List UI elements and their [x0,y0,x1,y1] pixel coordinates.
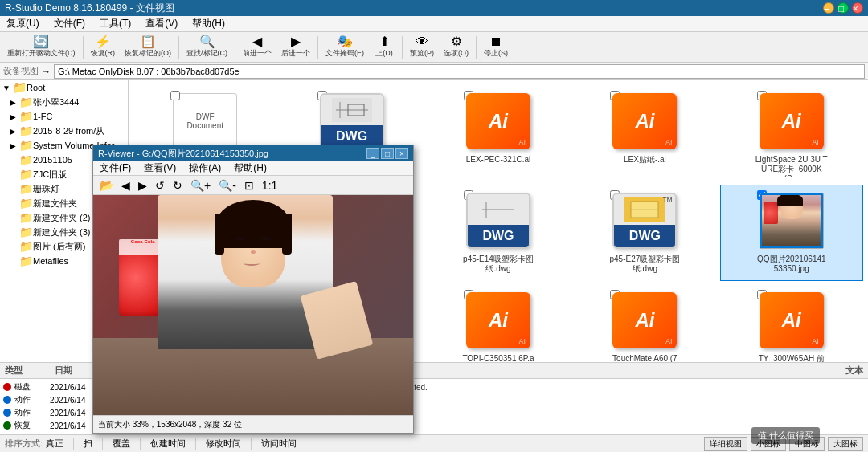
log-time: 15:45:31 [101,434,149,435]
menu-tools[interactable]: 工具(T) [96,16,134,31]
main-area: ▼ 📁 Root ▶ 📁 张小翠3444 ▶ 📁 1-FC ▶ 📁 2015-8… [0,80,868,362]
file-item-p45-e27[interactable]: TM DWG p45-E27吸塑彩卡图纸.dwg [573,185,716,281]
tree-item-1fc[interactable]: ▶ 📁 1-FC [0,109,128,124]
viewer-menu-view[interactable]: 查看(V) [141,161,179,176]
find-icon: 🔍 [199,35,215,48]
file-checkbox-drawing1[interactable] [170,91,180,100]
root-label: Root [27,83,45,92]
window-controls: ‒ □ × [823,2,863,14]
menu-file[interactable]: 文件(F) [51,16,88,31]
viewer-window: R-Viewer - G:/QQ图片20210614153350.jpg _ □… [92,145,414,434]
ai-icon-ty300w: Ai AI [760,292,824,348]
file-thumb-p45-e14: DWG [462,189,534,253]
file-item-ty300w[interactable]: Ai AI TY_300W65AH 前后面板 印图 刀模 .ai [720,284,863,362]
medium-icon-button[interactable]: 中图标 [789,437,825,451]
log-type: 动作 [14,407,47,418]
file-name-ty300w: TY_300W65AH 前后面板 印图 刀模 .ai [755,354,828,362]
preview-button[interactable]: 👁 预览(P) [406,34,438,61]
address-input[interactable] [54,64,865,79]
file-item-p45-e14[interactable]: DWG p45-E14吸塑彩卡图纸.dwg [427,185,570,281]
menu-restore[interactable]: 复原(U) [3,16,43,31]
recover-marked-icon: 📋 [140,35,156,48]
viewer-menu-file[interactable]: 文件(F) [96,161,134,176]
file-thumb-touchmate: Ai AI [608,288,681,352]
addr-separator: → [42,67,51,76]
prev-button[interactable]: ◀ 前进一个 [239,34,276,61]
stop-button[interactable]: ⏹ 停止(S) [480,34,512,61]
next-button[interactable]: ▶ 后进一个 [277,34,314,61]
reopen-drive-button[interactable]: 🔄 重新打开驱动文件(D) [3,34,80,61]
up-button[interactable]: ⬆ 上(D) [370,34,399,61]
file-item-lex-tiezhi[interactable]: Ai AI LEX贴纸-.ai [573,85,716,181]
address-bar: 设备视图 → [0,63,868,80]
viewer-zoom-in-button[interactable]: 🔍+ [187,177,214,193]
title-bar: R-Studio Demo 8.16.180499 - 文件视图 ‒ □ × [0,0,868,16]
viewer-titlebar: R-Viewer - G:/QQ图片20210614153350.jpg _ □… [93,145,413,161]
tree-item-zhangxin[interactable]: ▶ 📁 张小翠3444 [0,95,128,109]
viewer-fit-button[interactable]: ⊡ [241,177,257,193]
viewer-actual-size-button[interactable]: 1:1 [259,177,280,193]
file-item-touchmate[interactable]: Ai AI TouchMate A60 (7W-9W-12W).ai [573,284,716,362]
root-folder-icon: 📁 [13,81,27,94]
file-item-lightspace-1[interactable]: Ai AI LightSpace 2U 3U TURE彩卡_6000K(S... [720,85,863,181]
ai-icon-lex-tiezhi: Ai AI [612,93,677,149]
dwg-icon-p45-e14: DWG [466,193,530,249]
viewer-rotate-right-button[interactable]: ↻ [170,177,186,193]
close-button[interactable]: × [852,2,863,14]
recover-button[interactable]: ⚡ 恢复(R) [87,34,120,61]
viewer-minimize-button[interactable]: _ [366,148,379,159]
toolbar-sep-4 [317,36,318,59]
log-type: 恢复 [14,433,47,434]
file-name-qq-photo: QQ图片20210614153350.jpg [755,255,828,274]
recover-icon: ⚡ [95,35,111,48]
file-thumb-lightspace-1: Ai AI [755,89,828,153]
file-name-topi-c350351: TOPI-C350351 6P.ai [462,354,534,362]
preview-icon: 👁 [416,35,428,48]
viewer-zoom-out-button[interactable]: 🔍- [215,177,240,193]
viewer-rotate-left-button[interactable]: ↺ [152,177,168,193]
viewer-maximize-button[interactable]: □ [381,148,394,159]
dwg-icon-p45-e27: TM DWG [612,193,677,249]
toolbar-sep-2 [178,36,179,59]
file-name-p45-e14: p45-E14吸塑彩卡图纸.dwg [462,255,534,274]
toolbar: 🔄 重新打开驱动文件(D) ⚡ 恢复(R) 📋 恢复标记的(O) 🔍 查找/标记… [0,32,868,63]
log-dot [3,421,11,430]
file-mask-button[interactable]: 🎭 文件掩码(E) [321,34,368,61]
detail-view-button[interactable]: 详细视图 [704,437,747,451]
dwg-icon-g45: DWG [320,93,384,149]
viewer-toolbar: 📂 ◀ ▶ ↺ ↻ 🔍+ 🔍- ⊡ 1:1 [93,176,413,195]
file-item-topi-c350351[interactable]: Ai AI TOPI-C350351 6P.ai [427,284,570,362]
viewer-prev-img-button[interactable]: ◀ [118,177,133,193]
toolbar-sep-6 [476,36,477,59]
img-thumb-qq-photo [760,193,824,249]
mask-icon: 🎭 [337,35,353,48]
log-type: 磁盘 [14,381,47,393]
file-item-qq-photo[interactable]: QQ图片20210614153350.jpg [720,185,863,281]
log-date: 2021/6/14 [50,383,98,392]
file-thumb-g45: DWG [316,89,388,153]
small-icon-button[interactable]: 小图标 [751,437,786,451]
tree-item-2015[interactable]: ▶ 📁 2015-8-29 from/从 [0,124,128,138]
menu-view[interactable]: 查看(V) [142,16,181,31]
file-thumb-lex-pec: Ai AI [462,89,534,153]
viewer-next-img-button[interactable]: ▶ [135,177,150,193]
recover-marked-button[interactable]: 📋 恢复标记的(O) [121,34,175,61]
status-modtime: 修改时间 [206,438,241,450]
find-mark-button[interactable]: 🔍 查找/标记(C) [182,34,231,61]
viewer-menu-action[interactable]: 操作(A) [186,161,224,176]
viewer-menu-bar: 文件(F) 查看(V) 操作(A) 帮助(H) [93,161,413,176]
status-bar: 排序方式: 真正 扫 覆盖 创建时间 修改时间 访问时间 详细视图 小图标 中图… [0,434,868,452]
log-dot [3,409,11,417]
minimize-button[interactable]: ‒ [823,2,834,14]
viewer-menu-help[interactable]: 帮助(H) [231,161,270,176]
maximize-button[interactable]: □ [837,2,849,14]
viewer-close-button[interactable]: × [395,148,408,159]
up-icon: ⬆ [379,35,390,48]
menu-help[interactable]: 帮助(H) [189,16,228,31]
file-item-lex-pec[interactable]: Ai AI LEX-PEC-321C.ai [427,85,570,181]
large-icon-button[interactable]: 大图标 [828,437,863,451]
toolbar-sep-1 [83,36,84,59]
tree-root[interactable]: ▼ 📁 Root [0,80,128,95]
viewer-open-button[interactable]: 📂 [96,177,117,193]
options-button[interactable]: ⚙ 选项(O) [440,34,473,61]
